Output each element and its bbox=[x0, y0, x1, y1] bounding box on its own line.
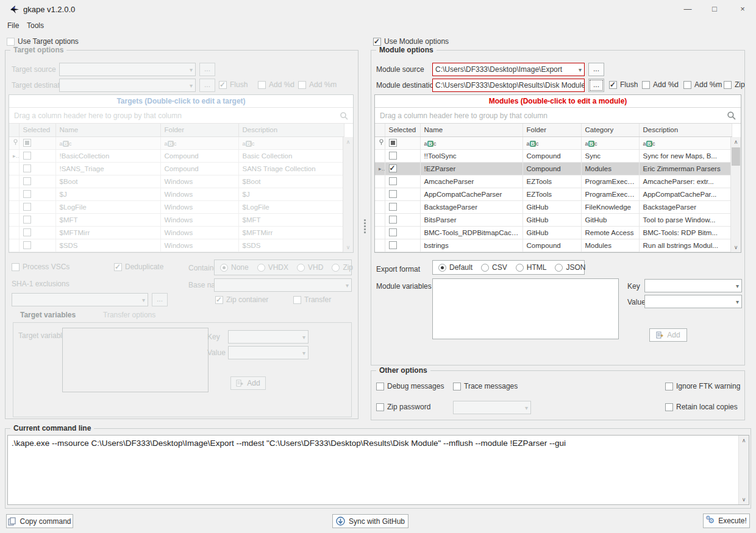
transfer-checkbox[interactable]: Transfer bbox=[293, 295, 331, 304]
row-select-checkbox[interactable] bbox=[389, 216, 397, 224]
column-header-description[interactable]: Description bbox=[238, 124, 344, 136]
scroll-up-icon[interactable]: ∧ bbox=[739, 436, 749, 445]
filter-select-all-checkbox[interactable] bbox=[385, 136, 420, 149]
table-row[interactable]: ▸!BasicCollectionCompoundBasic Collectio… bbox=[9, 149, 344, 162]
row-select-checkbox[interactable] bbox=[23, 228, 31, 236]
menu-file[interactable]: File bbox=[5, 21, 21, 32]
column-header-selected[interactable]: Selected bbox=[385, 124, 420, 136]
checkbox-box[interactable] bbox=[12, 263, 20, 271]
command-scrollbar[interactable]: ∧ ∨ bbox=[738, 436, 749, 504]
table-row[interactable]: BitsParserGitHubGitHubTool to parse Wind… bbox=[375, 213, 732, 226]
trace-messages-checkbox[interactable]: Trace messages bbox=[453, 382, 518, 390]
checkbox-box[interactable] bbox=[215, 296, 223, 304]
filter-folder[interactable]: aBc bbox=[160, 136, 238, 149]
checkbox-box[interactable] bbox=[453, 383, 461, 390]
table-row[interactable]: $LogFileWindows$LogFile bbox=[9, 200, 344, 213]
table-row[interactable]: BackstageParserGitHubFileKnowledgeBackst… bbox=[375, 200, 732, 213]
module-variables-list[interactable] bbox=[432, 278, 619, 339]
tab-transfer-options[interactable]: Transfer options bbox=[97, 309, 162, 321]
chevron-down-icon[interactable]: ▾ bbox=[300, 334, 305, 341]
chevron-down-icon[interactable]: ▾ bbox=[733, 283, 739, 289]
target-source-browse-button[interactable]: ... bbox=[199, 63, 215, 76]
checkbox-box[interactable] bbox=[7, 38, 15, 46]
checkbox-box[interactable] bbox=[376, 403, 384, 411]
export-default-radio[interactable]: Default bbox=[438, 263, 472, 272]
row-select-checkbox[interactable] bbox=[23, 190, 31, 198]
filter-name[interactable]: aBc bbox=[55, 136, 160, 149]
filter-category[interactable]: aBc bbox=[581, 136, 639, 149]
column-header-name[interactable]: Name bbox=[55, 124, 160, 136]
chevron-down-icon[interactable]: ▾ bbox=[187, 82, 193, 89]
checkbox-box[interactable] bbox=[298, 81, 306, 89]
checkbox-box[interactable] bbox=[724, 81, 732, 89]
module-source-browse-button[interactable]: ... bbox=[588, 63, 604, 76]
row-select-checkbox[interactable] bbox=[389, 228, 397, 236]
scroll-down-icon[interactable]: ∨ bbox=[731, 242, 741, 252]
module-destination-combo[interactable]: C:\Users\DF333\Desktop\Results\Disk Modu… bbox=[432, 79, 585, 92]
column-header-folder[interactable]: Folder bbox=[160, 124, 238, 136]
chevron-down-icon[interactable]: ▾ bbox=[300, 350, 305, 356]
table-row[interactable]: $BootWindows$Boot bbox=[9, 175, 344, 188]
target-destination-combo[interactable]: ▾ bbox=[59, 79, 196, 92]
maximize-button[interactable]: □ bbox=[701, 0, 728, 18]
deduplicate-checkbox[interactable]: Deduplicate bbox=[114, 263, 163, 271]
target-source-combo[interactable]: ▾ bbox=[59, 63, 196, 76]
table-row[interactable]: ▸!EZParserCompoundModulesEric Zimmerman … bbox=[375, 162, 732, 175]
column-header-description[interactable]: Description bbox=[639, 124, 732, 136]
filter-pin-icon[interactable] bbox=[9, 136, 19, 149]
debug-messages-checkbox[interactable]: Debug messages bbox=[376, 382, 444, 390]
module-zip-checkbox[interactable]: Zip bbox=[724, 80, 745, 89]
module-add-button[interactable]: Add bbox=[649, 328, 687, 342]
export-csv-radio[interactable]: CSV bbox=[481, 263, 507, 272]
search-icon[interactable] bbox=[727, 111, 736, 120]
container-vhd-radio[interactable]: VHD bbox=[297, 263, 323, 272]
table-row[interactable]: BMC-Tools_RDPBitmapCache...GitHubRemote … bbox=[375, 226, 732, 239]
target-flush-checkbox[interactable]: Flush bbox=[219, 80, 248, 89]
checkbox-box[interactable] bbox=[376, 383, 384, 390]
checkbox-box[interactable] bbox=[373, 38, 381, 46]
target-key-combo[interactable]: ▾ bbox=[228, 330, 308, 344]
filter-description[interactable]: aBc bbox=[238, 136, 344, 149]
checkbox-box[interactable] bbox=[665, 403, 673, 411]
checkbox-box[interactable] bbox=[665, 383, 673, 390]
container-none-radio[interactable]: None bbox=[220, 263, 249, 272]
container-zip-radio[interactable]: Zip bbox=[332, 263, 353, 272]
tab-target-variables[interactable]: Target variables bbox=[14, 309, 82, 321]
close-button[interactable]: × bbox=[729, 0, 756, 18]
module-flush-checkbox[interactable]: Flush bbox=[609, 80, 638, 89]
target-add-m-checkbox[interactable]: Add %m bbox=[298, 80, 337, 89]
filter-select-all-checkbox[interactable] bbox=[19, 136, 55, 149]
scroll-up-icon[interactable]: ∧ bbox=[731, 137, 741, 147]
export-json-radio[interactable]: JSON bbox=[555, 263, 585, 272]
search-icon[interactable] bbox=[340, 111, 348, 120]
table-row[interactable]: bstringsCompoundModulesRun all bstrings … bbox=[375, 239, 732, 252]
target-destination-browse-button[interactable]: ... bbox=[199, 79, 215, 92]
scroll-down-icon[interactable]: ∨ bbox=[343, 242, 353, 252]
table-row[interactable]: AppCompatCacheParserEZToolsProgramExecut… bbox=[375, 188, 732, 200]
table-row[interactable]: $MFTWindows$MFT bbox=[9, 213, 344, 226]
zip-password-combo[interactable]: ▾ bbox=[453, 401, 531, 414]
sync-with-github-button[interactable]: Sync with GitHub bbox=[332, 514, 408, 528]
module-destination-browse-button[interactable]: ... bbox=[588, 79, 604, 92]
column-header-category[interactable]: Category bbox=[581, 124, 639, 136]
row-select-checkbox[interactable] bbox=[23, 241, 31, 249]
row-select-checkbox[interactable] bbox=[23, 177, 31, 185]
chevron-down-icon[interactable]: ▾ bbox=[187, 66, 193, 73]
sha1-browse-button[interactable]: ... bbox=[152, 293, 168, 306]
module-key-combo[interactable]: ▾ bbox=[644, 279, 742, 292]
use-target-options-checkbox[interactable]: Use Target options bbox=[7, 37, 79, 46]
checkbox-box[interactable] bbox=[293, 296, 301, 304]
checkbox-box[interactable] bbox=[642, 81, 650, 89]
sha1-exclusions-combo[interactable]: ▾ bbox=[12, 293, 148, 306]
targets-scrollbar[interactable]: ∧ ∨ bbox=[343, 137, 353, 252]
panel-splitter[interactable] bbox=[363, 218, 366, 235]
export-html-radio[interactable]: HTML bbox=[516, 263, 547, 272]
chevron-down-icon[interactable]: ▾ bbox=[733, 298, 739, 305]
filter-name[interactable]: aBc bbox=[420, 136, 522, 149]
target-variables-list[interactable] bbox=[62, 328, 209, 392]
column-header-selected[interactable]: Selected bbox=[19, 124, 55, 136]
scroll-up-icon[interactable]: ∧ bbox=[343, 137, 353, 147]
filter-folder[interactable]: aBc bbox=[522, 136, 581, 149]
checkbox-box[interactable] bbox=[258, 81, 266, 89]
zip-container-checkbox[interactable]: Zip container bbox=[215, 295, 268, 304]
